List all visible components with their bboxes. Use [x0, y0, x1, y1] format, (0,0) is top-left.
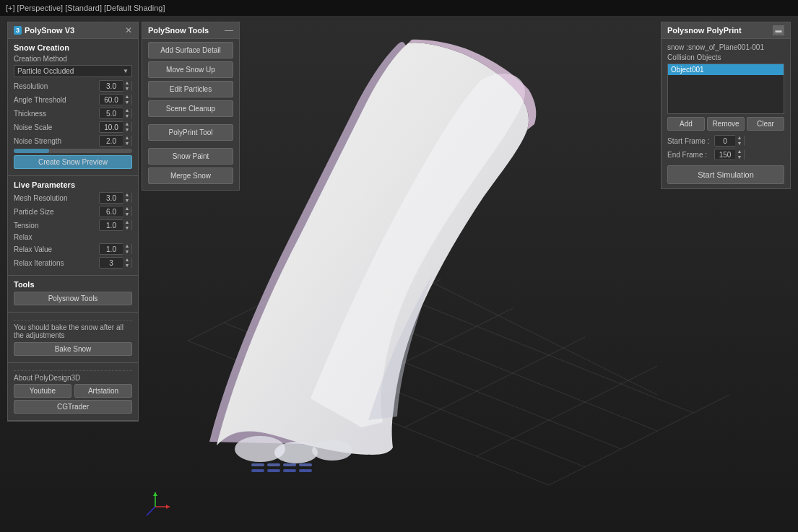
polyprint-content: snow :snow_of_Plane001-001 Collision Obj… [662, 39, 790, 188]
edit-particles-button[interactable]: Edit Particles [148, 81, 233, 97]
perspective-label: [+] [Perspective] [Standard] [Default Sh… [6, 4, 165, 12]
panel-close-btn[interactable]: ✕ [125, 25, 132, 35]
svg-rect-17 [267, 463, 280, 466]
noise-strength-spinner[interactable]: ▲ ▼ [99, 135, 132, 147]
svg-rect-19 [299, 463, 312, 466]
resolution-down[interactable]: ▼ [123, 86, 131, 92]
angle-threshold-input[interactable] [100, 96, 123, 104]
start-frame-down[interactable]: ▼ [735, 141, 744, 147]
angle-up[interactable]: ▲ [123, 94, 131, 100]
artstation-button[interactable]: Artstation [74, 384, 132, 398]
remove-collision-button[interactable]: Remove [707, 117, 745, 131]
angle-down[interactable]: ▼ [123, 100, 131, 105]
snow-creation-section: Snow Creation Creation Method Particle O… [8, 39, 138, 176]
end-frame-up[interactable]: ▲ [735, 149, 744, 154]
polyprint-tool-button[interactable]: PolyPrint Tool [148, 124, 233, 141]
noise-scale-down[interactable]: ▼ [123, 127, 131, 133]
thickness-row: Thickness ▲ ▼ [14, 108, 132, 119]
particle-size-input[interactable] [100, 208, 123, 216]
divider-2 [14, 370, 132, 371]
thickness-spinner[interactable]: ▲ ▼ [99, 108, 132, 119]
angle-threshold-spinner[interactable]: ▲ ▼ [99, 94, 132, 105]
relax-iterations-spinner[interactable]: ▲ ▼ [99, 257, 132, 269]
svg-rect-23 [299, 469, 312, 472]
particle-size-up[interactable]: ▲ [123, 206, 131, 212]
create-snow-preview-button[interactable]: Create Snow Preview [14, 155, 132, 169]
panel-title: PolySnow V3 [25, 26, 74, 35]
mesh-res-down[interactable]: ▼ [123, 198, 131, 204]
svg-rect-16 [251, 463, 264, 466]
start-frame-up[interactable]: ▲ [735, 135, 744, 141]
noise-strength-down[interactable]: ▼ [123, 141, 131, 147]
add-collision-button[interactable]: Add [667, 117, 705, 131]
mesh-res-up[interactable]: ▲ [123, 192, 131, 198]
panel-tools-close[interactable]: — [225, 25, 233, 35]
start-frame-input[interactable] [715, 137, 735, 145]
collision-item-object001[interactable]: Object001 [668, 64, 784, 75]
start-simulation-button[interactable]: Start Simulation [667, 165, 784, 184]
relax-val-down[interactable]: ▼ [123, 249, 131, 255]
scene-cleanup-button[interactable]: Scene Cleanup [148, 100, 233, 117]
tension-down[interactable]: ▼ [123, 225, 131, 231]
resolution-row: Resolution ▲ ▼ [14, 80, 132, 92]
youtube-button[interactable]: Youtube [14, 384, 71, 398]
svg-rect-21 [267, 469, 280, 472]
thickness-down[interactable]: ▼ [123, 113, 131, 119]
tools-spacer-2 [142, 141, 239, 145]
end-frame-row: End Frame : ▲ ▼ [667, 149, 784, 160]
relax-iterations-input[interactable] [100, 259, 123, 267]
panel-icon: 3 [14, 26, 22, 35]
resolution-up[interactable]: ▲ [123, 80, 131, 86]
relax-iter-down[interactable]: ▼ [123, 263, 131, 269]
merge-snow-button[interactable]: Merge Snow [148, 167, 233, 184]
relax-iter-up[interactable]: ▲ [123, 257, 131, 263]
noise-strength-up[interactable]: ▲ [123, 135, 131, 141]
mesh-resolution-spinner[interactable]: ▲ ▼ [99, 192, 132, 204]
thickness-up[interactable]: ▲ [123, 108, 131, 113]
relax-value-spinner[interactable]: ▲ ▼ [99, 243, 132, 255]
tension-input[interactable] [100, 222, 123, 230]
start-frame-spinner[interactable]: ▲ ▼ [714, 135, 745, 147]
relax-value-input[interactable] [100, 245, 123, 253]
panel-tools-title: PolySnow Tools [148, 26, 209, 35]
creation-method-dropdown[interactable]: Particle Occluded ▼ [14, 65, 132, 77]
dropdown-arrow-icon: ▼ [123, 68, 129, 74]
particle-size-down[interactable]: ▼ [123, 212, 131, 217]
relax-val-up[interactable]: ▲ [123, 243, 131, 249]
bake-snow-button[interactable]: Bake Snow [14, 342, 132, 356]
particle-size-label: Particle Size [14, 208, 99, 216]
move-snow-up-button[interactable]: Move Snow Up [148, 61, 233, 78]
collision-objects-list[interactable]: Object001 [667, 64, 784, 114]
clear-collision-button[interactable]: Clear [747, 117, 784, 131]
relax-value-row: Relax Value ▲ ▼ [14, 243, 132, 255]
resolution-input[interactable] [100, 82, 123, 90]
particle-size-spinner[interactable]: ▲ ▼ [99, 206, 132, 217]
noise-scale-up[interactable]: ▲ [123, 121, 131, 127]
tension-up[interactable]: ▲ [123, 219, 131, 225]
tension-label: Tension [14, 222, 99, 230]
resolution-spinner[interactable]: ▲ ▼ [99, 80, 132, 92]
divider-1 [14, 320, 132, 320]
cgtrader-button[interactable]: CGTrader [14, 400, 132, 414]
about-title: About PolyDesign3D [14, 374, 132, 382]
mesh-resolution-input[interactable] [100, 194, 123, 202]
mesh-resolution-label: Mesh Resolution [14, 194, 99, 202]
add-surface-detail-button[interactable]: Add Surface Detail [148, 42, 233, 58]
end-frame-spinner[interactable]: ▲ ▼ [714, 149, 745, 160]
panel-polyprint-title: Polysnow PolyPrint [667, 26, 742, 35]
polysnow-tools-button[interactable]: Polysnow Tools [14, 292, 132, 305]
relax-iterations-label: Relax Iterations [14, 259, 99, 267]
end-frame-input[interactable] [715, 151, 735, 159]
snow-paint-button[interactable]: Snow Paint [148, 148, 233, 165]
thickness-input[interactable] [100, 110, 123, 118]
tools-section: Tools Polysnow Tools [8, 276, 138, 313]
end-frame-down[interactable]: ▼ [735, 154, 744, 160]
panel-polyprint-header: Polysnow PolyPrint ▬ [662, 22, 790, 39]
relax-label: Relax [14, 233, 132, 241]
panel-polyprint-minimize[interactable]: ▬ [773, 25, 784, 35]
noise-strength-input[interactable] [100, 137, 123, 145]
noise-scale-spinner[interactable]: ▲ ▼ [99, 121, 132, 133]
tension-spinner[interactable]: ▲ ▼ [99, 219, 132, 231]
noise-scale-input[interactable] [100, 123, 123, 131]
slider-bar[interactable] [14, 149, 132, 153]
